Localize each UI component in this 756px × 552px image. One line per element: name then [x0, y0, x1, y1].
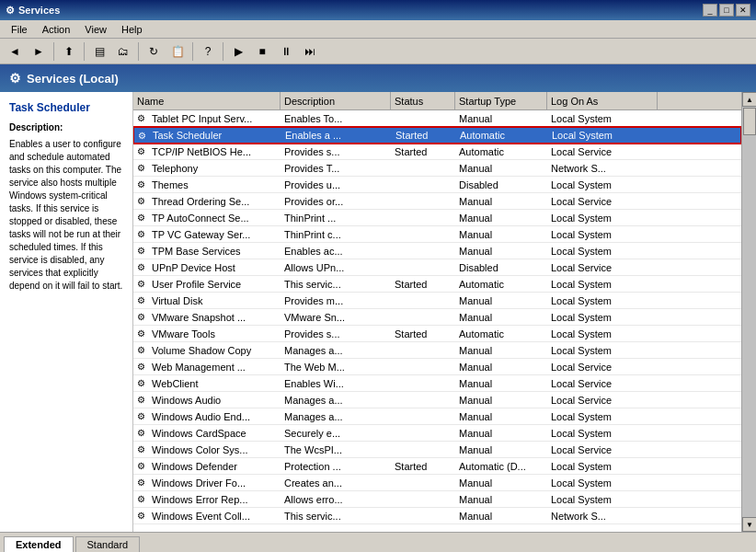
help-button[interactable]: ?: [197, 41, 219, 62]
title-bar-controls: _ □ ✕: [703, 4, 750, 17]
service-description: Enables To...: [281, 113, 391, 124]
panel-title: Task Scheduler: [9, 101, 123, 114]
service-name: WebClient: [148, 378, 281, 389]
services-panel: Name Description Status Startup Type Log…: [133, 92, 741, 532]
table-row[interactable]: ⚙ Windows Defender Protection ... Starte…: [133, 458, 741, 475]
table-row[interactable]: ⚙ Virtual Disk Provides m... Manual Loca…: [133, 293, 741, 309]
window-title: Services: [18, 5, 60, 16]
service-logon: Local System: [547, 229, 658, 240]
service-icon: ⚙: [133, 395, 148, 405]
menu-help[interactable]: Help: [114, 22, 150, 37]
service-startup: Manual: [455, 113, 547, 124]
service-description: Provides m...: [281, 295, 391, 306]
service-startup: Manual: [455, 378, 547, 389]
table-row[interactable]: ⚙ Thread Ordering Se... Provides or... M…: [133, 193, 741, 210]
service-description: VMware Sn...: [281, 312, 391, 323]
play-button[interactable]: ▶: [227, 41, 249, 62]
table-row[interactable]: ⚙ VMware Snapshot ... VMware Sn... Manua…: [133, 309, 741, 326]
table-row[interactable]: ⚙ TCP/IP NetBIOS He... Provides s... Sta…: [133, 144, 741, 160]
col-header-name[interactable]: Name: [133, 92, 281, 109]
menu-file[interactable]: File: [4, 22, 35, 37]
table-row[interactable]: ⚙ TP VC Gateway Ser... ThinPrint c... Ma…: [133, 226, 741, 243]
up-button[interactable]: ⬆: [58, 41, 80, 62]
scroll-down-button[interactable]: ▼: [742, 517, 756, 532]
col-header-status[interactable]: Status: [391, 92, 455, 109]
maximize-button[interactable]: □: [719, 4, 734, 17]
services-list[interactable]: ⚙ Tablet PC Input Serv... Enables To... …: [133, 110, 741, 532]
scroll-track: [742, 107, 756, 517]
service-name: Windows Audio: [148, 395, 281, 406]
service-startup: Manual: [455, 163, 547, 174]
service-startup: Manual: [455, 213, 547, 224]
col-header-description[interactable]: Description: [281, 92, 391, 109]
table-row[interactable]: ⚙ Web Management ... The Web M... Manual…: [133, 359, 741, 375]
expand-button[interactable]: 🗂: [112, 41, 134, 62]
service-logon: Local System: [547, 428, 658, 439]
service-icon: ⚙: [133, 328, 148, 339]
table-row[interactable]: ⚙ Volume Shadow Copy Manages a... Manual…: [133, 342, 741, 359]
table-row[interactable]: ⚙ User Profile Service This servic... St…: [133, 276, 741, 293]
table-row[interactable]: ⚙ WebClient Enables Wi... Manual Local S…: [133, 375, 741, 392]
col-header-logon[interactable]: Log On As: [547, 92, 658, 109]
table-row[interactable]: ⚙ TPM Base Services Enables ac... Manual…: [133, 243, 741, 259]
service-name: Windows Event Coll...: [148, 511, 281, 522]
service-logon: Local System: [547, 179, 658, 190]
scrollbar[interactable]: ▲ ▼: [741, 92, 756, 532]
table-row[interactable]: ⚙ Windows CardSpace Securely e... Manual…: [133, 425, 741, 442]
service-icon: ⚙: [133, 378, 148, 388]
pause-button[interactable]: ⏸: [275, 41, 297, 62]
stop-button[interactable]: ■: [251, 41, 273, 62]
toolbar-sep-3: [138, 42, 139, 61]
service-description: Securely e...: [281, 428, 391, 439]
menu-view[interactable]: View: [77, 22, 114, 37]
service-startup: Manual: [455, 312, 547, 323]
service-logon: Local Service: [547, 196, 658, 207]
table-row[interactable]: ⚙ Windows Color Sys... The WcsPI... Manu…: [133, 442, 741, 458]
table-row[interactable]: ⚙ Themes Provides u... Disabled Local Sy…: [133, 177, 741, 193]
content-header-title: Services (Local): [27, 72, 119, 86]
service-startup: Manual: [455, 295, 547, 306]
table-row[interactable]: ⚙ Windows Event Coll... This servic... M…: [133, 508, 741, 524]
table-row[interactable]: ⚙ Telephony Provides T... Manual Network…: [133, 160, 741, 177]
table-row[interactable]: ⚙ Task Scheduler Enables a ... Started A…: [133, 127, 741, 144]
service-logon: Network S...: [547, 511, 658, 522]
table-row[interactable]: ⚙ VMware Tools Provides s... Started Aut…: [133, 326, 741, 342]
table-row[interactable]: ⚙ TP AutoConnect Se... ThinPrint ... Man…: [133, 210, 741, 226]
minimize-button[interactable]: _: [703, 4, 717, 17]
service-name: Themes: [148, 179, 281, 190]
service-description: Provides s...: [281, 328, 391, 339]
service-name: TCP/IP NetBIOS He...: [148, 146, 281, 157]
service-logon: Local System: [547, 345, 658, 356]
toolbar-sep-1: [53, 42, 54, 61]
table-row[interactable]: ⚙ UPnP Device Host Allows UPn... Disable…: [133, 259, 741, 276]
show-hide-button[interactable]: ▤: [88, 41, 110, 62]
back-button[interactable]: ◄: [4, 41, 26, 62]
menu-action[interactable]: Action: [35, 22, 78, 37]
table-row[interactable]: ⚙ Windows Audio End... Manages a... Manu…: [133, 408, 741, 425]
service-name: Thread Ordering Se...: [148, 196, 281, 207]
restart-button[interactable]: ⏭: [299, 41, 321, 62]
forward-button[interactable]: ►: [28, 41, 50, 62]
panel-description-text: Enables a user to configure and schedule…: [9, 138, 123, 293]
service-icon: ⚙: [133, 163, 148, 173]
tab-extended[interactable]: Extended: [4, 536, 74, 552]
service-startup: Manual: [455, 246, 547, 257]
table-row[interactable]: ⚙ Windows Driver Fo... Creates an... Man…: [133, 475, 741, 491]
scroll-up-button[interactable]: ▲: [742, 92, 756, 107]
service-status: Started: [391, 328, 455, 339]
scroll-thumb[interactable]: [743, 108, 756, 135]
service-logon: Local System: [547, 312, 658, 323]
tab-standard[interactable]: Standard: [75, 536, 141, 552]
service-startup: Manual: [455, 362, 547, 373]
service-icon: ⚙: [133, 213, 148, 223]
service-icon: ⚙: [133, 511, 148, 521]
table-row[interactable]: ⚙ Windows Audio Manages a... Manual Loca…: [133, 392, 741, 408]
table-row[interactable]: ⚙ Tablet PC Input Serv... Enables To... …: [133, 110, 741, 127]
refresh-button[interactable]: ↻: [143, 41, 165, 62]
table-row[interactable]: ⚙ Windows Error Rep... Allows erro... Ma…: [133, 491, 741, 508]
close-button[interactable]: ✕: [736, 4, 750, 17]
col-header-startup[interactable]: Startup Type: [455, 92, 547, 109]
service-name: Windows Defender: [148, 461, 281, 472]
service-startup: Manual: [455, 428, 547, 439]
export-button[interactable]: 📋: [166, 41, 189, 62]
